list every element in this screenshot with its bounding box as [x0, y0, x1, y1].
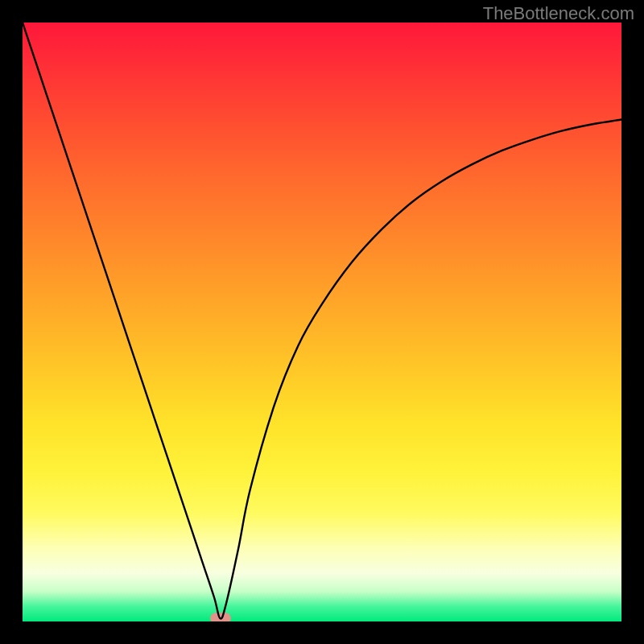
- chart-curve: [23, 23, 621, 619]
- watermark-text: TheBottleneck.com: [483, 3, 634, 24]
- chart-curve-svg: [23, 23, 621, 621]
- chart-plot-area: [23, 23, 621, 621]
